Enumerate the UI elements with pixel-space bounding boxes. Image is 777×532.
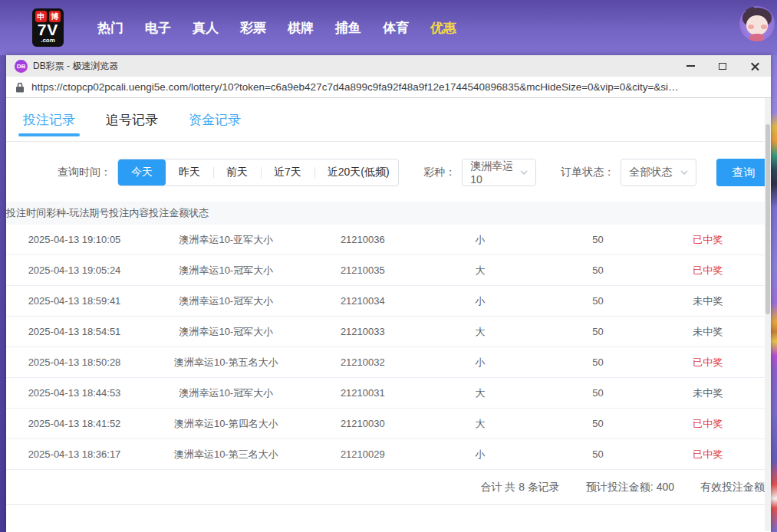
- avatar-cheek: [748, 25, 754, 29]
- record-tab[interactable]: 资金记录: [189, 98, 241, 141]
- lottery-select[interactable]: 澳洲幸运10: [462, 159, 536, 186]
- bet-time-cell: 2025-04-13 18:36:17: [6, 448, 143, 460]
- bet-amount-cell: 50: [545, 356, 650, 368]
- site-nav-item[interactable]: 真人: [193, 19, 219, 37]
- lock-icon: [15, 82, 25, 93]
- time-range-button[interactable]: 前天: [213, 159, 261, 186]
- bet-time-cell: 2025-04-13 18:44:53: [6, 387, 143, 399]
- table-row[interactable]: 2025-04-13 18:50:28 澳洲幸运10-第五名大小 2121003…: [6, 347, 765, 378]
- issue-cell: 21210032: [310, 356, 416, 368]
- issue-cell: 21210035: [310, 264, 416, 276]
- bet-content-cell: 小: [416, 233, 545, 247]
- table-row[interactable]: 2025-04-13 18:59:41 澳洲幸运10-冠军大小 21210034…: [6, 286, 765, 317]
- site-nav-item[interactable]: 电子: [145, 19, 171, 37]
- url-text[interactable]: https://ctopcp02pcali.uengi5e.com/lotter…: [31, 81, 679, 93]
- minimize-button[interactable]: [674, 55, 706, 77]
- record-tab[interactable]: 追号记录: [106, 98, 158, 141]
- user-avatar[interactable]: [739, 6, 775, 41]
- issue-cell: 21210036: [310, 234, 416, 245]
- time-range-button[interactable]: 昨天: [166, 159, 213, 186]
- bet-amount-cell: 50: [545, 234, 650, 245]
- issue-cell: 21210034: [310, 295, 416, 307]
- record-tab[interactable]: 投注记录: [23, 98, 75, 141]
- table-header-row: 投注时间 彩种-玩法 期号 投注内容 投注金额 状态: [6, 202, 765, 225]
- maximize-icon: [719, 63, 726, 70]
- time-range-button[interactable]: 近7天: [261, 159, 314, 186]
- order-status-select[interactable]: 全部状态: [621, 159, 696, 186]
- bet-content-cell: 小: [416, 294, 545, 308]
- lottery-filter-label: 彩种：: [423, 166, 456, 179]
- browser-titlebar[interactable]: DB DB彩票 - 极速浏览器: [6, 55, 771, 77]
- site-navbar: 申 博 7V .com 热门 电子 真人 彩票 棋牌 捕鱼 体育 优惠: [0, 0, 777, 55]
- issue-cell: 21210030: [310, 418, 416, 429]
- table-row[interactable]: 2025-04-13 18:54:51 澳洲幸运10-冠军大小 21210033…: [6, 317, 765, 347]
- chevron-down-icon: [520, 169, 528, 176]
- status-cell: 未中奖: [651, 386, 765, 400]
- bet-content-cell: 大: [416, 264, 545, 277]
- table-row[interactable]: 2025-04-13 19:10:05 澳洲幸运10-亚军大小 21210036…: [6, 225, 765, 255]
- bet-time-cell: 2025-04-13 18:59:41: [6, 295, 143, 307]
- site-nav-item[interactable]: 棋牌: [288, 19, 314, 37]
- table-row[interactable]: 2025-04-13 18:44:53 澳洲幸运10-冠军大小 21210031…: [6, 378, 765, 409]
- table-header-cell: 状态: [189, 206, 209, 220]
- site-nav-item[interactable]: 优惠: [430, 19, 456, 37]
- table-footer: 合计 共 8 条记录 预计投注金额: 400 有效投注金额: [6, 470, 765, 505]
- avatar-cheek: [761, 25, 767, 29]
- status-cell: 未中奖: [651, 325, 765, 339]
- chevron-down-icon: [680, 169, 688, 176]
- site-nav-item[interactable]: 彩票: [240, 19, 266, 37]
- game-play-cell: 澳洲幸运10-冠军大小: [143, 386, 310, 400]
- table-header-cell: 投注内容: [109, 206, 149, 220]
- maximize-button[interactable]: [706, 55, 739, 77]
- status-cell: 已中奖: [651, 264, 765, 277]
- status-cell: 已中奖: [651, 356, 765, 369]
- time-range-button[interactable]: 今天: [118, 159, 166, 186]
- browser-urlbar[interactable]: https://ctopcp02pcali.uengi5e.com/lotter…: [6, 77, 771, 98]
- issue-cell: 21210033: [310, 326, 416, 337]
- footer-valid-amount: 有效投注金额: [700, 481, 765, 494]
- vertical-scrollbar[interactable]: [765, 98, 771, 531]
- footer-total-records: 合计 共 8 条记录: [480, 481, 559, 494]
- bet-amount-cell: 50: [545, 448, 650, 460]
- avatar-dress: [750, 34, 764, 41]
- site-nav-item[interactable]: 捕鱼: [335, 19, 361, 37]
- close-button[interactable]: [739, 55, 771, 77]
- record-tabs: 投注记录 追号记录 资金记录: [6, 98, 771, 142]
- site-nav-item[interactable]: 热门: [97, 19, 123, 37]
- time-range-button[interactable]: 近20天(低频): [314, 159, 400, 186]
- time-range-group: 今天 昨天 前天 近7天 近20天(低频): [117, 159, 399, 186]
- status-cell: 已中奖: [651, 448, 765, 461]
- game-play-cell: 澳洲幸运10-冠军大小: [143, 264, 310, 277]
- bet-time-cell: 2025-04-13 18:54:51: [6, 326, 143, 337]
- scrollbar-thumb[interactable]: [765, 124, 770, 315]
- lottery-select-value: 澳洲幸运10: [470, 159, 515, 186]
- game-play-cell: 澳洲幸运10-亚军大小: [143, 233, 310, 247]
- query-button[interactable]: 查询: [716, 159, 771, 186]
- game-play-cell: 澳洲幸运10-冠军大小: [143, 294, 310, 308]
- game-play-cell: 澳洲幸运10-第三名大小: [143, 448, 310, 461]
- table-row[interactable]: 2025-04-13 19:05:24 澳洲幸运10-冠军大小 21210035…: [6, 255, 765, 286]
- filter-row: 查询时间： 今天 昨天 前天 近7天 近20天(低频) 彩种： 澳洲幸运10: [6, 142, 771, 202]
- site-logo[interactable]: 申 博 7V .com: [32, 8, 64, 47]
- table-header-cell: 投注时间: [6, 206, 46, 220]
- bet-amount-cell: 50: [545, 387, 650, 399]
- table-row[interactable]: 2025-04-13 18:36:17 澳洲幸运10-第三名大小 2121002…: [6, 439, 765, 470]
- bet-amount-cell: 50: [545, 264, 650, 276]
- minimize-icon: [686, 65, 695, 67]
- status-cell: 已中奖: [651, 417, 765, 431]
- logo-main-text: 7V: [38, 22, 59, 38]
- bet-content-cell: 小: [416, 356, 545, 369]
- bet-time-cell: 2025-04-13 18:50:28: [6, 356, 143, 368]
- table-header-cell: 期号: [89, 206, 109, 220]
- page-content: 投注记录 追号记录 资金记录 查询时间： 今天 昨天 前天 近7天 近20: [6, 98, 771, 531]
- table-row[interactable]: 2025-04-13 18:41:52 澳洲幸运10-第四名大小 2121003…: [6, 409, 765, 439]
- bet-time-cell: 2025-04-13 18:41:52: [6, 418, 143, 429]
- order-status-label: 订单状态：: [561, 166, 614, 179]
- site-nav-item[interactable]: 体育: [383, 19, 409, 37]
- background-page-sliver: [771, 55, 777, 532]
- bet-content-cell: 大: [416, 325, 545, 339]
- browser-window: DB DB彩票 - 极速浏览器 https://ctopcp02pcali.ue…: [6, 55, 771, 532]
- table-header-cell: 投注金额: [149, 206, 189, 220]
- table-body: 2025-04-13 19:10:05 澳洲幸运10-亚军大小 21210036…: [6, 225, 765, 470]
- bet-amount-cell: 50: [545, 326, 650, 337]
